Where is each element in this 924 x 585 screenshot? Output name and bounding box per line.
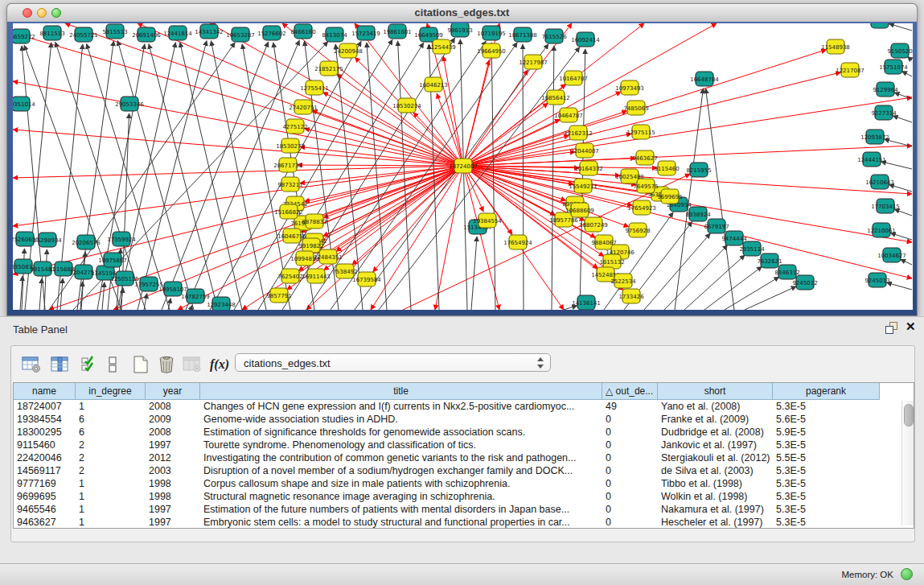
graph-node[interactable]: 7625402 [277, 269, 302, 283]
cell-in_degree[interactable]: 1 [76, 477, 146, 490]
graph-node[interactable]: 12162312 [564, 126, 593, 140]
graph-node[interactable]: 7649575 [633, 179, 658, 193]
cell-name[interactable]: 18724007 [14, 400, 76, 413]
graph-node[interactable]: 6679197 [704, 219, 729, 233]
graph-node[interactable]: 9873211 [277, 177, 302, 192]
cell-out_degree[interactable]: 0 [602, 477, 658, 490]
fx-function-button[interactable]: f(x) [207, 352, 232, 377]
close-panel-icon[interactable]: ✕ [906, 319, 916, 334]
graph-node[interactable]: 12441814 [163, 26, 192, 40]
cell-in_degree[interactable]: 6 [76, 413, 146, 426]
graph-node[interactable]: 9756928 [625, 223, 650, 237]
cell-out_degree[interactable]: 0 [602, 464, 658, 477]
graph-node[interactable]: 16659272 [13, 29, 35, 43]
row-height-icon[interactable] [105, 352, 121, 377]
graph-node[interactable]: 24055721 [69, 27, 98, 42]
cell-pagerank[interactable]: 5.3E-5 [773, 439, 880, 451]
cell-out_degree[interactable]: 0 [602, 516, 658, 529]
graph-node[interactable]: 18807249 [579, 217, 608, 232]
graph-node[interactable]: 8215955 [686, 163, 711, 177]
table-selector-dropdown[interactable]: citations_edges.txt [235, 353, 551, 372]
table-row[interactable]: 969969511998Structural magnetic resonanc… [14, 490, 914, 503]
cell-out_degree[interactable]: 0 [602, 451, 658, 464]
column-header-title[interactable]: title [200, 383, 602, 400]
column-header-name[interactable]: name [14, 383, 76, 400]
cell-in_degree[interactable]: 2 [76, 439, 146, 451]
cell-out_degree[interactable]: 0 [602, 439, 658, 451]
cell-name[interactable]: 9465546 [14, 503, 76, 516]
cell-pagerank[interactable]: 5.3E-5 [773, 490, 880, 503]
cell-name[interactable]: 9699695 [14, 490, 76, 503]
scrollbar-thumb[interactable] [904, 404, 914, 426]
graph-node[interactable]: 11548938 [821, 39, 850, 54]
cell-title[interactable]: Investigating the contribution of common… [200, 451, 602, 464]
graph-node[interactable]: 19664950 [477, 43, 506, 58]
graph-node[interactable]: 10164787 [559, 71, 588, 85]
graph-node[interactable]: 14136141 [572, 295, 601, 310]
graph-node[interactable]: 16092414 [571, 32, 600, 47]
graph-node[interactable]: 16856412 [541, 90, 570, 105]
cell-name[interactable]: 22420046 [14, 451, 76, 464]
graph-node[interactable]: 2522534 [610, 274, 636, 288]
graph-node[interactable]: 20206576 [72, 235, 101, 249]
cell-name[interactable]: 9463627 [14, 516, 76, 529]
graph-node[interactable]: 8938924 [685, 207, 711, 221]
table-row[interactable]: 977716911998Corpus callosum shape and si… [14, 477, 914, 490]
cell-year[interactable]: 2009 [146, 413, 200, 426]
cell-pagerank[interactable]: 5.3E-5 [773, 503, 880, 516]
cell-short[interactable]: Stergiakouli et al. (2012) [658, 451, 773, 464]
graph-node[interactable]: 5815513 [102, 24, 127, 39]
graph-node[interactable]: 4275122 [282, 119, 307, 134]
cell-name[interactable]: 14569117 [14, 464, 76, 477]
graph-node[interactable]: 12093872 [860, 130, 889, 144]
graph-node[interactable]: 10719195 [477, 26, 506, 40]
cell-out_degree[interactable]: 0 [602, 503, 658, 516]
memory-status-indicator[interactable] [901, 568, 913, 580]
cell-name[interactable]: 19384554 [14, 413, 76, 426]
table-row[interactable]: 1938455462009Genome-wide association stu… [14, 413, 914, 426]
graph-node[interactable]: 19861601 [383, 24, 412, 39]
cell-year[interactable]: 1998 [146, 477, 200, 490]
table-settings-icon[interactable] [19, 352, 43, 377]
graph-node[interactable]: 16210643 [865, 175, 894, 189]
cell-short[interactable]: Franke et al. (2009) [658, 413, 773, 426]
graph-node[interactable]: 17654923 [627, 200, 656, 215]
float-panel-icon[interactable] [885, 322, 898, 334]
graph-node[interactable]: 7615526 [541, 29, 567, 43]
graph-node[interactable]: 29053346 [115, 97, 144, 111]
cell-year[interactable]: 2012 [146, 451, 200, 464]
graph-node[interactable]: 20691406 [132, 27, 161, 42]
cell-pagerank[interactable]: 5.3E-5 [773, 516, 880, 529]
cell-pagerank[interactable]: 5.3E-5 [773, 477, 880, 490]
graph-node[interactable]: 1615132 [599, 254, 624, 269]
graph-node[interactable]: 15723419 [351, 26, 380, 40]
graph-node[interactable]: 18530214 [392, 98, 421, 113]
cell-year[interactable]: 1998 [146, 490, 200, 503]
cell-out_degree[interactable]: 49 [602, 400, 658, 413]
citation-graph[interactable]: 1665927288115132405572158155132069140612… [13, 23, 913, 310]
column-header-pagerank[interactable]: pagerank [773, 383, 880, 400]
select-rows-check-icon[interactable] [77, 352, 101, 377]
graph-node[interactable]: 24200948 [334, 43, 363, 58]
graph-node[interactable]: 8878833 [302, 214, 326, 229]
vertical-scrollbar[interactable] [901, 401, 914, 525]
cell-out_degree[interactable]: 0 [602, 426, 658, 439]
table-row[interactable]: 946362711997Embryonic stem cells: a mode… [14, 516, 914, 529]
graph-node[interactable]: 21614723 [865, 23, 894, 28]
cell-short[interactable]: de Silva et al. (2003) [658, 464, 773, 477]
cell-title[interactable]: Genome-wide association studies in ADHD. [200, 413, 602, 426]
graph-node[interactable]: 9129964 [873, 82, 898, 97]
graph-node[interactable]: 20351014 [13, 97, 35, 111]
graph-node[interactable]: 21852175 [314, 61, 343, 76]
graph-node[interactable]: 17703415 [871, 199, 900, 213]
graph-node[interactable]: 15276602 [257, 26, 286, 40]
graph-node[interactable]: 9463627 [632, 150, 657, 165]
cell-in_degree[interactable]: 6 [76, 426, 146, 439]
graph-node[interactable]: 9245012 [792, 275, 817, 290]
cell-year[interactable]: 2008 [146, 400, 200, 413]
graph-node[interactable]: 8466160 [290, 24, 315, 39]
column-header-out_degree[interactable]: △ out_de... [602, 383, 658, 400]
graph-node[interactable]: 18671388 [508, 27, 537, 42]
graph-node[interactable]: 16648784 [690, 72, 719, 86]
graph-node[interactable]: 10653287 [226, 27, 255, 42]
